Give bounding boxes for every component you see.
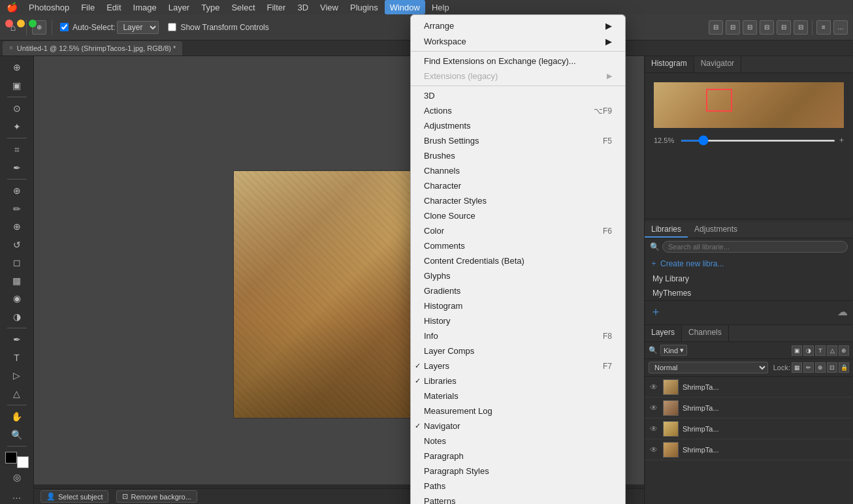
arrow-icon: ▶ (605, 37, 612, 46)
menu-item-info[interactable]: Info F8 (411, 328, 625, 343)
menu-item-notes[interactable]: Notes (411, 433, 625, 449)
menu-item-gradients[interactable]: Gradients (411, 283, 625, 298)
menu-item-content-credentials[interactable]: Content Credentials (Beta) (411, 253, 625, 268)
menu-item-3d[interactable]: 3D (411, 88, 625, 103)
menu-item-extensions-legacy[interactable]: Extensions (legacy) ▶ (411, 69, 625, 84)
menu-item-arrange[interactable]: Arrange ▶ (411, 18, 625, 33)
menu-item-find-extensions[interactable]: Find Extensions on Exchange (legacy)... (411, 54, 625, 69)
arrow-icon: ▶ (607, 72, 612, 80)
menu-item-histogram[interactable]: Histogram (411, 298, 625, 313)
menu-item-character[interactable]: Character (411, 178, 625, 193)
check-icon: ✓ (415, 362, 421, 370)
menu-item-glyphs[interactable]: Glyphs (411, 268, 625, 283)
check-icon: ✓ (415, 377, 421, 385)
menu-separator (411, 51, 625, 52)
menu-item-measurement-log[interactable]: Measurement Log (411, 403, 625, 418)
menu-item-workspace[interactable]: Workspace ▶ (411, 33, 625, 49)
menu-item-navigator[interactable]: ✓ Navigator (411, 418, 625, 433)
menu-item-paths[interactable]: Paths (411, 479, 625, 494)
dropdown-overlay: Arrange ▶ Workspace ▶ Find Extensions on… (0, 0, 853, 504)
menu-item-brushes[interactable]: Brushes (411, 148, 625, 163)
menu-item-character-styles[interactable]: Character Styles (411, 193, 625, 208)
menu-item-comments[interactable]: Comments (411, 238, 625, 253)
menu-item-paragraph-styles[interactable]: Paragraph Styles (411, 464, 625, 479)
shortcut-layers: F7 (603, 362, 612, 371)
window-dropdown-menu: Arrange ▶ Workspace ▶ Find Extensions on… (410, 14, 626, 504)
menu-item-clone-source[interactable]: Clone Source (411, 208, 625, 223)
menu-item-paragraph[interactable]: Paragraph (411, 449, 625, 464)
menu-separator (411, 86, 625, 86)
shortcut-actions: ⌥F9 (594, 106, 612, 116)
menu-item-libraries[interactable]: ✓ Libraries (411, 373, 625, 388)
shortcut-brush: F5 (603, 136, 612, 146)
arrow-icon: ▶ (605, 21, 612, 31)
shortcut-color: F6 (603, 227, 612, 236)
check-icon: ✓ (415, 422, 421, 430)
menu-item-patterns[interactable]: Patterns (411, 494, 625, 504)
menu-item-color[interactable]: Color F6 (411, 223, 625, 238)
menu-item-materials[interactable]: Materials (411, 388, 625, 403)
shortcut-info: F8 (603, 332, 612, 341)
menu-item-adjustments[interactable]: Adjustments (411, 118, 625, 133)
menu-item-layer-comps[interactable]: Layer Comps (411, 343, 625, 358)
menu-item-actions[interactable]: Actions ⌥F9 (411, 103, 625, 118)
menu-item-channels[interactable]: Channels (411, 163, 625, 178)
menu-item-brush-settings[interactable]: Brush Settings F5 (411, 133, 625, 148)
menu-item-layers[interactable]: ✓ Layers F7 (411, 358, 625, 373)
menu-item-history[interactable]: History (411, 313, 625, 328)
